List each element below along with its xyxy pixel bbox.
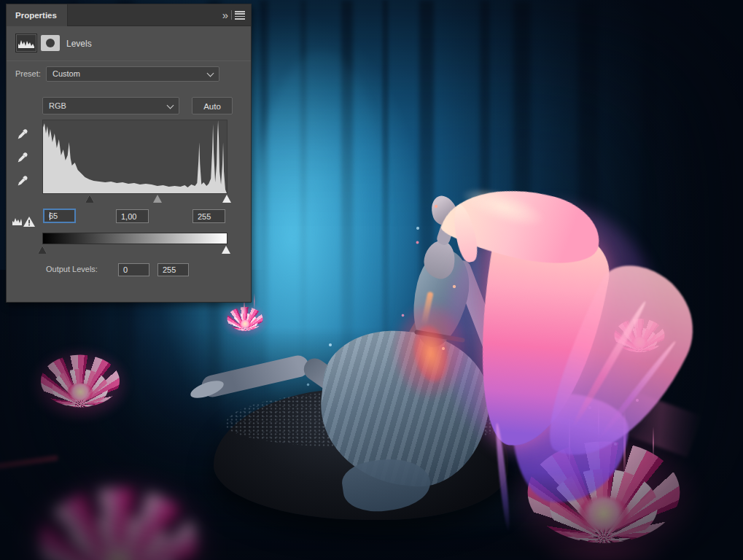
chevron-down-icon (207, 70, 214, 77)
gray-point-eyedropper-icon[interactable] (17, 151, 29, 163)
preset-value: Custom (52, 69, 80, 78)
tab-properties[interactable]: Properties (7, 4, 68, 26)
output-black-value: 0 (123, 264, 128, 276)
midtone-input-slider[interactable] (153, 195, 162, 203)
output-gradient-bar (42, 233, 227, 244)
output-black-field[interactable]: 0 (118, 263, 149, 276)
shadow-input-slider[interactable] (85, 195, 94, 203)
ember-sparks (372, 197, 518, 386)
output-shadow-slider[interactable] (38, 246, 47, 254)
highlight-input-field[interactable]: 255 (192, 209, 225, 223)
divider (7, 61, 251, 61)
output-highlight-slider[interactable] (222, 246, 230, 254)
histogram-refresh-warning-icon[interactable] (12, 214, 37, 228)
shadow-input-field[interactable]: 65 (43, 209, 76, 223)
black-point-eyedropper-icon[interactable] (17, 128, 29, 140)
levels-histogram-icon[interactable] (15, 34, 37, 52)
mask-circle (46, 39, 55, 47)
preset-label: Preset: (15, 69, 41, 78)
auto-button[interactable]: Auto (192, 97, 233, 114)
panel-menu-icon[interactable] (235, 11, 245, 20)
panel-header: Properties » (7, 4, 251, 26)
preset-dropdown[interactable]: Custom (46, 66, 219, 82)
output-levels-label: Output Levels: (46, 265, 98, 273)
properties-panel: Properties » Levels Preset: Custom RGB A… (6, 4, 252, 303)
photoshop-workspace: Properties » Levels Preset: Custom RGB A… (0, 0, 743, 560)
midtone-value: 1,00 (121, 210, 136, 223)
header-separator (231, 10, 232, 20)
channel-dropdown[interactable]: RGB (42, 97, 179, 114)
midtone-input-field[interactable]: 1,00 (116, 209, 149, 223)
layer-mask-icon[interactable] (41, 35, 60, 51)
white-point-eyedropper-icon[interactable] (17, 174, 29, 187)
collapse-panel-icon[interactable]: » (222, 9, 227, 22)
highlight-input-slider[interactable] (222, 195, 231, 203)
channel-value: RGB (49, 101, 66, 110)
adjustment-title: Levels (66, 39, 92, 49)
levels-histogram[interactable] (42, 120, 227, 194)
output-white-field[interactable]: 255 (157, 263, 189, 276)
shadow-value: 65 (49, 210, 58, 222)
output-white-value: 255 (163, 264, 176, 276)
highlight-value: 255 (198, 210, 211, 223)
chevron-down-icon (167, 102, 174, 109)
